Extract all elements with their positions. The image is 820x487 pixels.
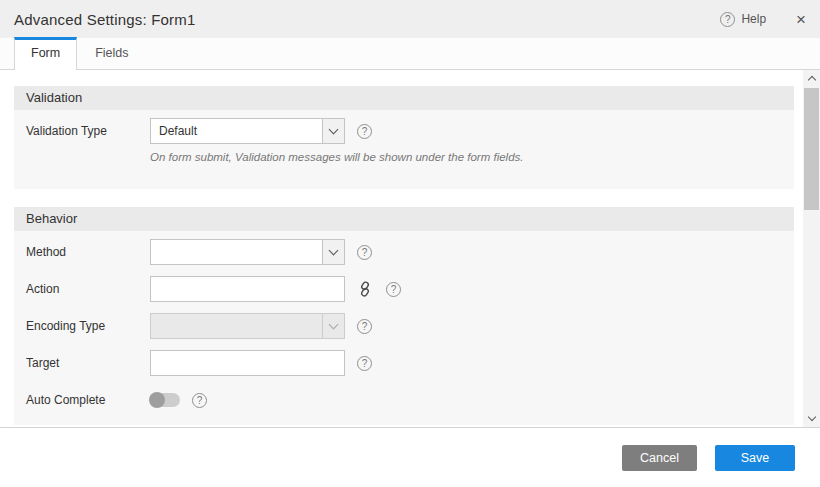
field-row-target: Target ? [14,350,794,376]
help-circle-icon: ? [720,12,735,27]
field-label: Method [26,245,150,259]
chevron-down-icon [329,245,339,255]
question-icon[interactable]: ? [192,393,207,408]
field-label: Target [26,356,150,370]
field-label: Auto Complete [26,393,150,407]
vertical-scrollbar[interactable] [803,70,820,427]
save-button[interactable]: Save [715,445,795,471]
scrollbar-thumb[interactable] [804,88,819,210]
section-validation: Validation Validation Type Default [14,86,794,189]
scroll-up-button[interactable] [803,70,820,87]
chevron-down-icon [329,319,339,329]
select-dropdown-button [322,314,344,338]
chevron-up-icon [807,76,815,84]
validation-type-select[interactable]: Default [150,118,345,144]
toggle-knob [149,392,165,408]
question-icon[interactable]: ? [357,319,372,334]
select-dropdown-button[interactable] [322,119,344,143]
question-icon[interactable]: ? [357,245,372,260]
field-note: On form submit, Validation messages will… [150,151,524,163]
section-behavior: Behavior Method ? [14,207,794,425]
question-icon[interactable]: ? [357,124,372,139]
tab-fields[interactable]: Fields [77,38,146,69]
select-value: Default [151,119,322,143]
field-label: Validation Type [26,118,150,138]
page-title: Advanced Settings: Form1 [14,11,196,28]
field-row-action: Action ? [14,276,794,302]
select-value [151,240,322,264]
header-actions: ? Help × [720,11,806,28]
field-row-auto-complete: Auto Complete ? [14,387,794,413]
dialog-header: Advanced Settings: Form1 ? Help × [0,0,820,38]
close-icon[interactable]: × [796,11,806,28]
settings-panel: Validation Validation Type Default [14,86,794,425]
section-title: Validation [14,86,794,110]
target-input[interactable] [150,350,345,376]
link-icon [357,281,373,297]
scroll-down-button[interactable] [803,410,820,427]
chevron-down-icon [807,413,815,421]
field-row-method: Method ? [14,239,794,265]
chevron-down-icon [329,124,339,134]
settings-scroll-area: Validation Validation Type Default [0,70,820,428]
auto-complete-toggle[interactable] [150,393,180,407]
question-icon[interactable]: ? [357,356,372,371]
section-title: Behavior [14,207,794,231]
question-icon[interactable]: ? [386,282,401,297]
field-label: Encoding Type [26,319,150,333]
help-label: Help [741,12,766,26]
field-row-encoding-type: Encoding Type ? [14,313,794,339]
method-select[interactable] [150,239,345,265]
tab-form[interactable]: Form [14,37,77,70]
dialog-footer: Cancel Save [0,428,820,487]
encoding-type-select [150,313,345,339]
action-input[interactable] [150,276,345,302]
field-row-validation-type: Validation Type Default ? [14,118,794,163]
link-button[interactable] [356,280,374,298]
advanced-settings-dialog: Advanced Settings: Form1 ? Help × Form F… [0,0,820,487]
help-button[interactable]: ? Help [720,12,766,27]
cancel-button[interactable]: Cancel [622,445,697,471]
field-label: Action [26,282,150,296]
tab-bar: Form Fields [0,38,820,70]
select-dropdown-button[interactable] [322,240,344,264]
select-value [151,314,322,338]
